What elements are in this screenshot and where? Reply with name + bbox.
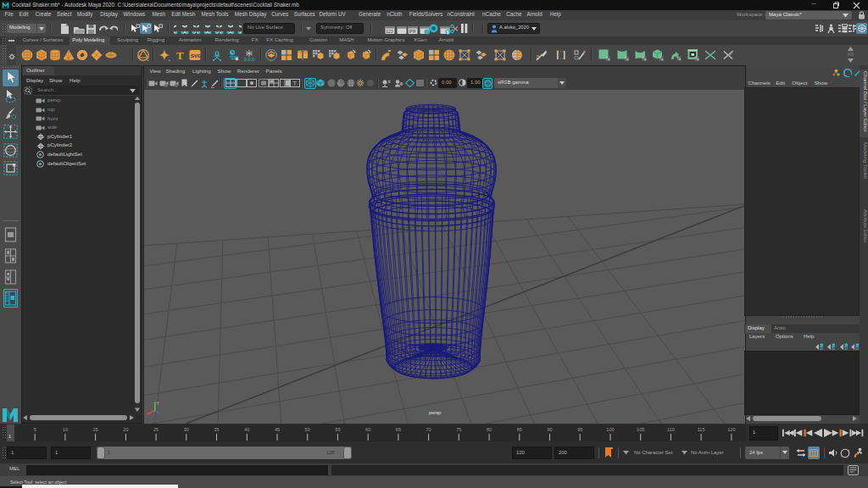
- svg-text:15: 15: [92, 427, 97, 432]
- svg-text:65: 65: [396, 427, 401, 432]
- svg-text:120: 120: [727, 427, 735, 432]
- svg-text:85: 85: [517, 427, 522, 432]
- svg-text:40: 40: [244, 427, 249, 432]
- svg-text:30: 30: [184, 427, 189, 432]
- svg-text:10: 10: [63, 427, 68, 432]
- svg-text:110: 110: [667, 427, 675, 432]
- svg-text:90: 90: [547, 427, 552, 432]
- svg-text:80: 80: [487, 427, 492, 432]
- svg-text:$: $: [447, 30, 449, 35]
- svg-text:T: T: [292, 80, 297, 87]
- svg-text:20: 20: [123, 427, 128, 432]
- svg-text:0,0,0: 0,0,0: [244, 56, 254, 61]
- svg-text:115: 115: [698, 427, 705, 432]
- svg-text:123: 123: [386, 28, 393, 33]
- svg-text:100: 100: [606, 427, 614, 432]
- svg-text:5: 5: [34, 427, 36, 432]
- svg-text:25: 25: [153, 427, 159, 432]
- svg-text:Y: Y: [156, 401, 159, 406]
- svg-text:50: 50: [305, 427, 310, 432]
- svg-text:35: 35: [214, 427, 219, 432]
- svg-text:105: 105: [637, 427, 644, 432]
- svg-text:70: 70: [426, 427, 431, 432]
- svg-text:T: T: [176, 49, 184, 61]
- svg-text:55: 55: [335, 427, 340, 432]
- svg-text:IPR: IPR: [409, 28, 416, 33]
- svg-text:95: 95: [577, 427, 582, 432]
- svg-text:45: 45: [275, 427, 280, 432]
- svg-text:SVG: SVG: [191, 53, 201, 58]
- svg-text:75: 75: [456, 427, 461, 432]
- svg-text:60: 60: [365, 427, 370, 432]
